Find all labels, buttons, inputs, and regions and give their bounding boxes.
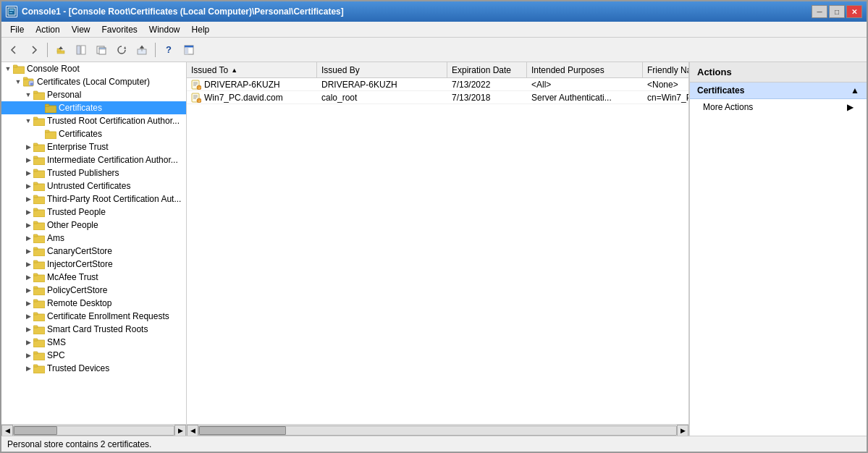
menu-favorites[interactable]: Favorites [96,23,143,36]
close-button[interactable]: ✕ [846,5,862,18]
tree-item-personal-certs[interactable]: Certificates [1,101,186,114]
menu-file[interactable]: File [4,23,30,36]
tree-item-enterprise-trust[interactable]: ▶ Enterprise Trust [1,140,186,153]
actions-more-actions[interactable]: More Actions ▶ [690,99,867,115]
menu-help[interactable]: Help [186,23,216,36]
expand-ams[interactable]: ▶ [23,233,33,243]
console-button[interactable] [180,41,198,59]
list-row[interactable]: ✓ DRIVERAP-6KUZH DRIVERAP-6KUZH 7/13/202… [187,78,688,91]
tree-item-ams[interactable]: ▶ Ams [1,232,186,245]
tree-item-intermediate[interactable]: ▶ Intermediate Certification Author... [1,153,186,166]
tree-item-cert-enrollment[interactable]: ▶ Certificate Enrollment Requests [1,310,186,323]
expand-third-party[interactable]: ▶ [23,194,33,204]
tree-item-smart-card[interactable]: ▶ Smart Card Trusted Roots [1,323,186,336]
col-header-issued-to[interactable]: Issued To ▲ [187,62,317,77]
main-content: ▼ Console Root ▼ [1,62,867,436]
expand-sms[interactable]: ▶ [23,337,33,347]
expand-policy[interactable]: ▶ [23,285,33,295]
tree-item-canary[interactable]: ▶ CanaryCertStore [1,245,186,258]
show-hide-button[interactable] [72,41,90,59]
expand-injector[interactable]: ▶ [23,259,33,269]
expand-cert-enrollment[interactable]: ▶ [23,311,33,321]
svg-rect-43 [33,234,38,237]
tree-item-trusted-devices[interactable]: ▶ Trusted Devices [1,362,186,375]
tree-item-label: Third-Party Root Certification Aut... [47,194,181,204]
expand-trusted-people[interactable]: ▶ [23,207,33,217]
restore-button[interactable]: □ [829,5,845,18]
menu-action[interactable]: Action [30,23,65,36]
enterprise-icon [33,142,45,152]
tree-scroll-body[interactable]: ▼ Console Root ▼ [1,62,186,424]
help-button[interactable]: ? [159,41,178,59]
tree-item-console-root[interactable]: ▼ Console Root [1,62,186,75]
tree-item-trusted-root[interactable]: ▼ Trusted Root Certification Author... [1,114,186,127]
expand-trusted-root-certs[interactable] [35,129,45,139]
tree-item-personal[interactable]: ▼ Personal [1,88,186,101]
forward-button[interactable] [25,41,43,59]
trusted-people-icon [33,207,45,217]
tree-scroll-track[interactable] [13,426,174,436]
menu-window[interactable]: Window [143,23,186,36]
menu-view[interactable]: View [66,23,96,36]
tree-item-injector[interactable]: ▶ InjectorCertStore [1,258,186,271]
col-header-expiration[interactable]: Expiration Date [447,62,527,77]
tree-item-trusted-root-certs[interactable]: Certificates [1,127,186,140]
expand-enterprise[interactable]: ▶ [23,142,33,152]
svg-rect-28 [33,145,45,152]
tree-scrollbar-h[interactable]: ◀ ▶ [1,424,186,436]
list-scrollbar-h[interactable]: ◀ ▶ [187,424,688,436]
col-label-issued-to: Issued To [191,65,228,75]
col-header-purposes[interactable]: Intended Purposes [527,62,643,77]
list-scroll-right[interactable]: ▶ [677,425,688,436]
minimize-button[interactable]: ─ [812,5,827,18]
tree-item-policy[interactable]: ▶ PolicyCertStore [1,284,186,297]
tree-item-trusted-people[interactable]: ▶ Trusted People [1,206,186,219]
expand-console-root[interactable]: ▼ [3,64,13,74]
tree-item-untrusted[interactable]: ▶ Untrusted Certificates [1,179,186,192]
expand-smart-card[interactable]: ▶ [23,324,33,334]
up-button[interactable] [51,41,70,59]
expand-personal-certs[interactable] [35,103,45,113]
menu-bar: File Action View Favorites Window Help [1,22,867,38]
tree-item-remote-desktop[interactable]: ▶ Remote Desktop [1,297,186,310]
scroll-right-btn[interactable]: ▶ [174,425,186,436]
expand-remote-desktop[interactable]: ▶ [23,298,33,308]
tree-item-third-party[interactable]: ▶ Third-Party Root Certification Aut... [1,192,186,206]
svg-rect-51 [33,287,38,289]
tree-scroll-thumb[interactable] [14,426,57,435]
new-window-button[interactable] [92,41,111,59]
expand-spc[interactable]: ▶ [23,350,33,360]
expand-untrusted[interactable]: ▶ [23,181,33,191]
svg-text:🖥: 🖥 [30,82,33,86]
col-label-purposes: Intended Purposes [531,65,604,75]
tree-item-spc[interactable]: ▶ SPC [1,349,186,362]
list-scroll-track[interactable] [198,426,677,436]
expand-personal[interactable]: ▼ [23,90,33,100]
expand-other-people[interactable]: ▶ [23,220,33,230]
tree-item-mcafee[interactable]: ▶ McAfee Trust [1,271,186,284]
expand-trusted-publishers[interactable]: ▶ [23,168,33,178]
expand-certificates-local[interactable]: ▼ [13,77,23,87]
col-header-friendly-name[interactable]: Friendly Na... [643,62,689,77]
expand-intermediate[interactable]: ▶ [23,155,33,165]
list-row[interactable]: ✓ Win7_PC.david.com calo_root 7/13/2018 … [187,91,688,104]
col-header-issued-by[interactable]: Issued By [317,62,447,77]
actions-section-certificates[interactable]: Certificates ▲ [690,82,867,99]
expand-trusted-devices[interactable]: ▶ [23,363,33,373]
list-scroll-thumb[interactable] [199,426,286,435]
list-scroll-body[interactable]: ✓ DRIVERAP-6KUZH DRIVERAP-6KUZH 7/13/202… [187,78,688,424]
smart-card-icon [33,324,45,334]
tree-item-certificates-local[interactable]: ▼ 🖥 Certificates (Local Computer) [1,75,186,88]
svg-text:✓: ✓ [198,86,201,90]
export-button[interactable] [132,41,151,59]
back-button[interactable] [4,41,23,59]
scroll-left-btn[interactable]: ◀ [1,425,13,436]
expand-trusted-root[interactable]: ▼ [23,116,33,126]
expand-mcafee[interactable]: ▶ [23,272,33,282]
tree-item-other-people[interactable]: ▶ Other People [1,219,186,232]
tree-item-trusted-publishers[interactable]: ▶ Trusted Publishers [1,166,186,179]
list-scroll-left[interactable]: ◀ [187,425,198,436]
expand-canary[interactable]: ▶ [23,246,33,256]
tree-item-sms[interactable]: ▶ SMS [1,336,186,349]
refresh-button[interactable] [112,41,131,59]
